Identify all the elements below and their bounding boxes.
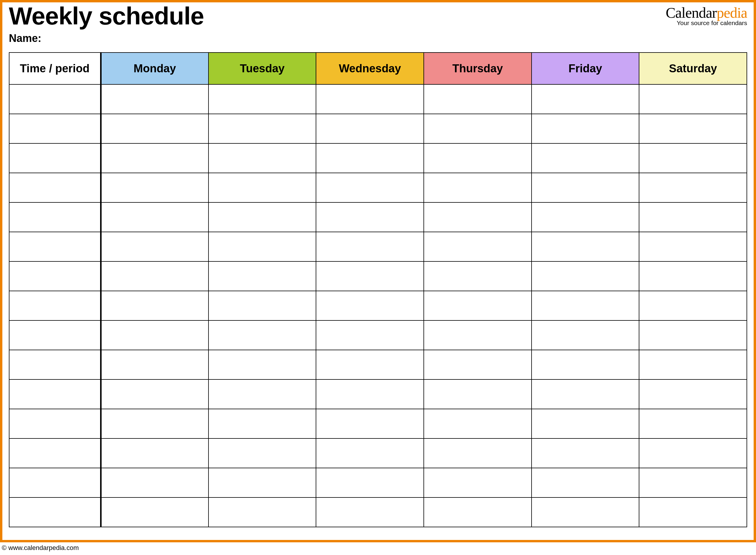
schedule-cell[interactable] [639, 468, 747, 498]
schedule-cell[interactable] [101, 468, 208, 498]
time-cell[interactable] [9, 143, 101, 173]
schedule-cell[interactable] [316, 321, 424, 350]
schedule-cell[interactable] [208, 173, 316, 202]
schedule-cell[interactable] [639, 202, 747, 232]
schedule-cell[interactable] [101, 143, 208, 173]
schedule-cell[interactable] [208, 468, 316, 498]
schedule-cell[interactable] [531, 468, 639, 498]
schedule-cell[interactable] [208, 143, 316, 173]
schedule-cell[interactable] [101, 498, 208, 527]
schedule-cell[interactable] [208, 498, 316, 527]
schedule-cell[interactable] [316, 498, 424, 527]
schedule-cell[interactable] [316, 84, 424, 114]
schedule-cell[interactable] [424, 143, 531, 173]
schedule-cell[interactable] [639, 232, 747, 261]
schedule-cell[interactable] [101, 114, 208, 143]
time-cell[interactable] [9, 321, 101, 350]
time-cell[interactable] [9, 409, 101, 438]
schedule-cell[interactable] [101, 409, 208, 438]
schedule-cell[interactable] [208, 202, 316, 232]
time-cell[interactable] [9, 84, 101, 114]
schedule-cell[interactable] [424, 409, 531, 438]
schedule-cell[interactable] [208, 409, 316, 438]
schedule-cell[interactable] [208, 114, 316, 143]
schedule-cell[interactable] [424, 202, 531, 232]
schedule-cell[interactable] [316, 173, 424, 202]
schedule-cell[interactable] [208, 232, 316, 261]
schedule-cell[interactable] [424, 438, 531, 468]
schedule-cell[interactable] [424, 261, 531, 291]
schedule-cell[interactable] [424, 321, 531, 350]
schedule-cell[interactable] [316, 438, 424, 468]
schedule-cell[interactable] [639, 143, 747, 173]
schedule-cell[interactable] [531, 498, 639, 527]
schedule-cell[interactable] [531, 438, 639, 468]
time-cell[interactable] [9, 468, 101, 498]
schedule-cell[interactable] [531, 291, 639, 321]
schedule-cell[interactable] [531, 350, 639, 379]
schedule-cell[interactable] [316, 143, 424, 173]
schedule-cell[interactable] [316, 232, 424, 261]
schedule-cell[interactable] [101, 173, 208, 202]
time-cell[interactable] [9, 438, 101, 468]
schedule-cell[interactable] [208, 321, 316, 350]
schedule-cell[interactable] [639, 261, 747, 291]
schedule-cell[interactable] [316, 379, 424, 409]
schedule-cell[interactable] [101, 84, 208, 114]
schedule-cell[interactable] [424, 379, 531, 409]
schedule-cell[interactable] [101, 232, 208, 261]
schedule-cell[interactable] [639, 498, 747, 527]
schedule-cell[interactable] [424, 232, 531, 261]
schedule-cell[interactable] [424, 468, 531, 498]
schedule-cell[interactable] [424, 291, 531, 321]
schedule-cell[interactable] [531, 261, 639, 291]
schedule-cell[interactable] [316, 291, 424, 321]
time-cell[interactable] [9, 202, 101, 232]
schedule-cell[interactable] [639, 438, 747, 468]
schedule-cell[interactable] [316, 202, 424, 232]
schedule-cell[interactable] [208, 379, 316, 409]
schedule-cell[interactable] [639, 173, 747, 202]
schedule-cell[interactable] [316, 261, 424, 291]
schedule-cell[interactable] [316, 468, 424, 498]
schedule-cell[interactable] [531, 202, 639, 232]
schedule-cell[interactable] [639, 409, 747, 438]
schedule-cell[interactable] [316, 350, 424, 379]
schedule-cell[interactable] [531, 84, 639, 114]
schedule-cell[interactable] [639, 379, 747, 409]
time-cell[interactable] [9, 379, 101, 409]
schedule-cell[interactable] [531, 114, 639, 143]
schedule-cell[interactable] [639, 350, 747, 379]
schedule-cell[interactable] [208, 261, 316, 291]
schedule-cell[interactable] [101, 438, 208, 468]
schedule-cell[interactable] [531, 409, 639, 438]
schedule-cell[interactable] [424, 84, 531, 114]
schedule-cell[interactable] [101, 350, 208, 379]
time-cell[interactable] [9, 232, 101, 261]
schedule-cell[interactable] [424, 173, 531, 202]
schedule-cell[interactable] [639, 84, 747, 114]
schedule-cell[interactable] [101, 379, 208, 409]
time-cell[interactable] [9, 498, 101, 527]
schedule-cell[interactable] [101, 261, 208, 291]
schedule-cell[interactable] [424, 498, 531, 527]
time-cell[interactable] [9, 173, 101, 202]
schedule-cell[interactable] [531, 232, 639, 261]
time-cell[interactable] [9, 350, 101, 379]
schedule-cell[interactable] [424, 350, 531, 379]
schedule-cell[interactable] [101, 291, 208, 321]
schedule-cell[interactable] [208, 84, 316, 114]
schedule-cell[interactable] [424, 114, 531, 143]
time-cell[interactable] [9, 114, 101, 143]
schedule-cell[interactable] [101, 321, 208, 350]
schedule-cell[interactable] [531, 379, 639, 409]
schedule-cell[interactable] [531, 173, 639, 202]
time-cell[interactable] [9, 261, 101, 291]
schedule-cell[interactable] [531, 321, 639, 350]
schedule-cell[interactable] [639, 291, 747, 321]
schedule-cell[interactable] [316, 409, 424, 438]
schedule-cell[interactable] [208, 438, 316, 468]
time-cell[interactable] [9, 291, 101, 321]
schedule-cell[interactable] [531, 143, 639, 173]
schedule-cell[interactable] [101, 202, 208, 232]
